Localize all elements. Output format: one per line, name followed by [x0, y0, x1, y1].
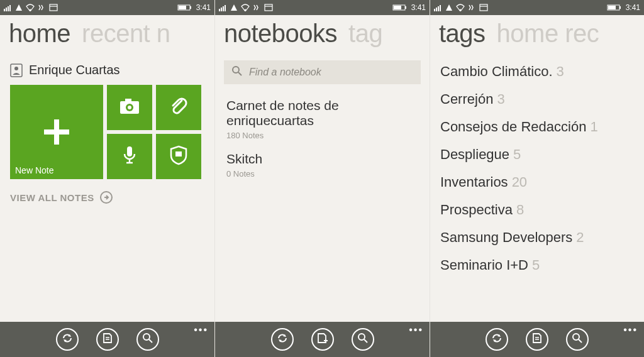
svg-rect-49: [434, 9, 435, 11]
notification-icon: [49, 4, 58, 11]
notebook-title: Carnet de notes de enriquecuartas: [226, 98, 418, 128]
microphone-icon: [121, 145, 138, 168]
tag-item[interactable]: Despliegue5: [440, 141, 633, 168]
photo-note-tile[interactable]: [107, 85, 152, 130]
search-button[interactable]: [566, 328, 589, 351]
appbar-more-button[interactable]: •••: [409, 324, 423, 336]
status-time: 3:41: [411, 3, 426, 12]
tag-item[interactable]: Seminario I+D5: [440, 251, 633, 279]
view-all-notes-button[interactable]: VIEW ALL NOTES: [0, 179, 214, 216]
pivot-header[interactable]: notebooks tag: [215, 15, 430, 52]
sync-button[interactable]: [271, 328, 294, 351]
view-all-label: VIEW ALL NOTES: [10, 192, 94, 203]
tag-name: Inventarios: [440, 174, 508, 190]
svg-point-47: [358, 334, 365, 340]
svg-marker-4: [16, 4, 22, 11]
notes-button[interactable]: [96, 328, 119, 351]
tag-count: 20: [512, 174, 527, 190]
pivot-recent[interactable]: recent n: [82, 19, 170, 48]
svg-marker-53: [446, 4, 452, 11]
svg-line-42: [238, 72, 242, 75]
status-time: 3:41: [196, 3, 211, 12]
svg-rect-3: [9, 5, 11, 11]
sync-button[interactable]: [56, 328, 79, 351]
new-note-label: New Note: [15, 165, 53, 175]
notebook-count: 180 Notes: [226, 128, 418, 140]
vibrate-icon: [253, 4, 262, 11]
pivot-tags[interactable]: tags: [439, 19, 486, 48]
svg-rect-51: [438, 6, 439, 11]
notebook-count: 0 Notes: [226, 167, 418, 178]
svg-point-5: [30, 9, 31, 11]
new-note-tile[interactable]: New Note: [10, 85, 103, 179]
sync-button[interactable]: [486, 328, 508, 351]
wifi-icon: [240, 4, 250, 11]
pivot-home[interactable]: home: [9, 19, 70, 48]
search-icon: [142, 332, 153, 346]
pivot-tags[interactable]: tag: [348, 19, 382, 48]
pivot-header[interactable]: home recent n: [0, 15, 214, 52]
svg-point-28: [143, 334, 150, 340]
notebooks-panel: 3:41 notebooks tag Find a notebook Carne…: [214, 0, 430, 357]
app-bar: •••: [430, 322, 644, 357]
battery-icon: [392, 4, 408, 11]
svg-point-18: [128, 106, 131, 109]
tag-count: 1: [590, 119, 597, 135]
svg-rect-30: [219, 9, 220, 11]
appbar-more-button[interactable]: •••: [194, 324, 208, 336]
appbar-more-button[interactable]: •••: [623, 324, 638, 336]
pivot-home[interactable]: home rec: [497, 19, 599, 48]
search-icon: [231, 65, 243, 79]
tag-count: 8: [516, 202, 524, 218]
new-notebook-button[interactable]: [311, 328, 334, 351]
home-panel: 3:41 home recent n Enrique Cuartas New N…: [0, 0, 214, 357]
svg-point-64: [573, 334, 579, 340]
notebook-search-input[interactable]: Find a notebook: [224, 60, 421, 84]
svg-line-29: [149, 339, 152, 343]
shield-icon: [170, 145, 187, 168]
tag-item[interactable]: Inventarios20: [440, 168, 633, 196]
tag-item[interactable]: Prospectiva8: [440, 196, 633, 224]
notebook-item[interactable]: Carnet de notes de enriquecuartas 180 No…: [215, 89, 430, 143]
tile-grid: New Note: [0, 85, 214, 179]
svg-line-48: [364, 339, 367, 343]
svg-line-65: [579, 339, 582, 343]
notebook-item[interactable]: Skitch 0 Notes: [215, 143, 430, 181]
status-bar: 3:41: [215, 0, 430, 15]
attachment-note-tile[interactable]: [156, 85, 201, 130]
signal-icon: [434, 4, 443, 11]
pivot-header[interactable]: tags home rec: [430, 15, 644, 52]
svg-rect-50: [436, 8, 437, 11]
account-name: Enrique Cuartas: [29, 63, 120, 77]
tag-item[interactable]: Consejos de Redacción1: [440, 113, 633, 141]
notes-button[interactable]: [526, 328, 548, 351]
svg-point-41: [233, 67, 239, 73]
tags-list: Cambio Climático.3 Cerrejón3 Consejos de…: [430, 52, 644, 279]
pivot-notebooks[interactable]: notebooks: [224, 19, 337, 48]
svg-rect-19: [127, 146, 132, 157]
tag-name: Seminario I+D: [440, 257, 528, 273]
note-icon: [532, 332, 542, 346]
person-icon: [10, 63, 23, 77]
svg-rect-14: [44, 129, 69, 135]
audio-note-tile[interactable]: [107, 134, 152, 179]
search-button[interactable]: [352, 328, 374, 351]
account-row[interactable]: Enrique Cuartas: [0, 52, 214, 85]
tag-item[interactable]: Cerrejón3: [440, 85, 633, 113]
search-button[interactable]: [136, 328, 159, 351]
notification-icon: [264, 4, 273, 11]
svg-rect-31: [221, 8, 222, 11]
tag-item[interactable]: Samsung Developers2: [440, 224, 633, 251]
status-bar: 3:41: [430, 0, 644, 15]
svg-rect-9: [190, 6, 191, 9]
tag-item[interactable]: Cambio Climático.3: [440, 58, 633, 85]
app-bar: •••: [215, 322, 430, 357]
tag-name: Cerrejón: [440, 91, 493, 107]
svg-marker-34: [231, 4, 237, 11]
note-add-icon: [317, 332, 328, 346]
svg-rect-0: [4, 9, 5, 11]
battery-icon: [607, 4, 622, 11]
premium-tile[interactable]: [156, 134, 201, 179]
svg-rect-58: [619, 6, 621, 9]
roaming-icon: [445, 4, 453, 11]
